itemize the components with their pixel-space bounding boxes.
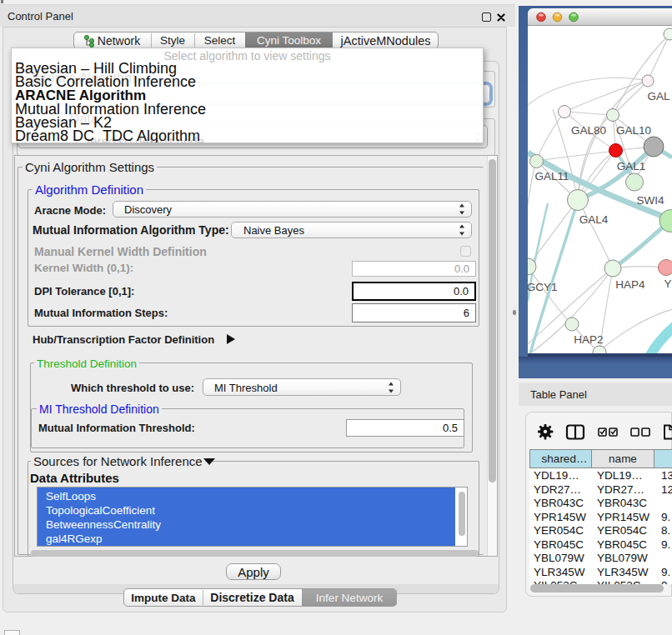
svg-text:HAP2: HAP2 — [574, 333, 603, 346]
svg-text:GAL4: GAL4 — [579, 213, 609, 226]
svg-text:GAL11: GAL11 — [534, 170, 569, 182]
svg-text:GCY1: GCY1 — [528, 281, 557, 293]
svg-text:GAL10: GAL10 — [616, 124, 651, 137]
svg-text:GAL80: GAL80 — [571, 124, 606, 137]
svg-text:HAP4: HAP4 — [615, 278, 645, 291]
svg-text:GAL: GAL — [647, 90, 670, 102]
svg-text:SWI4: SWI4 — [636, 194, 664, 207]
svg-text:GAL1: GAL1 — [617, 160, 646, 172]
svg-text:Y: Y — [664, 278, 671, 290]
